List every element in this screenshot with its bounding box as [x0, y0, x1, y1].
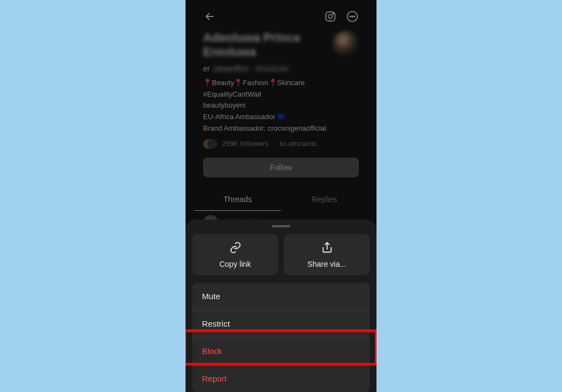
bio-line: #EqualityCantWait [203, 89, 359, 100]
instagram-icon[interactable] [324, 10, 337, 23]
report-button[interactable]: Report [192, 365, 370, 392]
share-via-label: Share via... [307, 260, 346, 268]
block-button[interactable]: Block [192, 338, 370, 365]
bio: 📍Beauty📍Fashion📍Skincare #EqualityCantWa… [194, 73, 368, 135]
mute-button[interactable]: Mute [192, 283, 370, 310]
bio-line: beautyboyeni [203, 100, 359, 111]
avatar[interactable] [333, 31, 359, 57]
tab-threads[interactable]: Threads [194, 188, 281, 211]
bio-line: EU-Africa Ambassador 🇪🇺 [203, 111, 359, 123]
display-name-line1: Adeoluwa Prince [203, 31, 300, 45]
bio-line: Brand Ambassador: crocsnigeriaofficial [203, 123, 359, 135]
copy-link-button[interactable]: Copy link [192, 234, 278, 275]
bio-line: 📍Beauty📍Fashion📍Skincare [203, 77, 359, 89]
link-icon [229, 242, 241, 255]
dot-separator: · [273, 139, 275, 148]
phone-frame: Adeoluwa Prince Enioluwa er iolwaoffice … [186, 0, 376, 392]
svg-point-2 [333, 13, 334, 14]
restrict-button[interactable]: Restrict [192, 310, 370, 338]
sheet-grabber[interactable] [272, 225, 290, 227]
action-list: Mute Restrict Block Report [192, 283, 370, 392]
svg-point-4 [350, 16, 351, 17]
display-name-line2: Enioluwa [203, 45, 300, 59]
more-options-icon[interactable] [346, 10, 359, 23]
profile-background: Adeoluwa Prince Enioluwa er iolwaoffice … [186, 0, 376, 231]
svg-point-6 [354, 16, 355, 17]
share-via-button[interactable]: Share via... [284, 234, 370, 275]
follower-avatar-icon [207, 139, 217, 149]
follow-button[interactable]: Follow [203, 158, 359, 177]
svg-point-1 [328, 14, 332, 18]
followers-count[interactable]: 299K followers [222, 139, 268, 148]
back-icon[interactable] [203, 10, 216, 23]
action-sheet: Copy link Share via... Mute Restrict Blo… [186, 220, 376, 392]
profile-link[interactable]: tix.africa/ctc [279, 139, 317, 148]
tab-replies[interactable]: Replies [281, 188, 368, 211]
domain-chip: threads.net [252, 64, 291, 73]
svg-point-5 [352, 16, 353, 17]
username-rest: iolwaoffice [213, 64, 249, 73]
username-prefix: er [203, 64, 210, 73]
copy-link-label: Copy link [220, 260, 251, 268]
share-icon [321, 242, 333, 255]
